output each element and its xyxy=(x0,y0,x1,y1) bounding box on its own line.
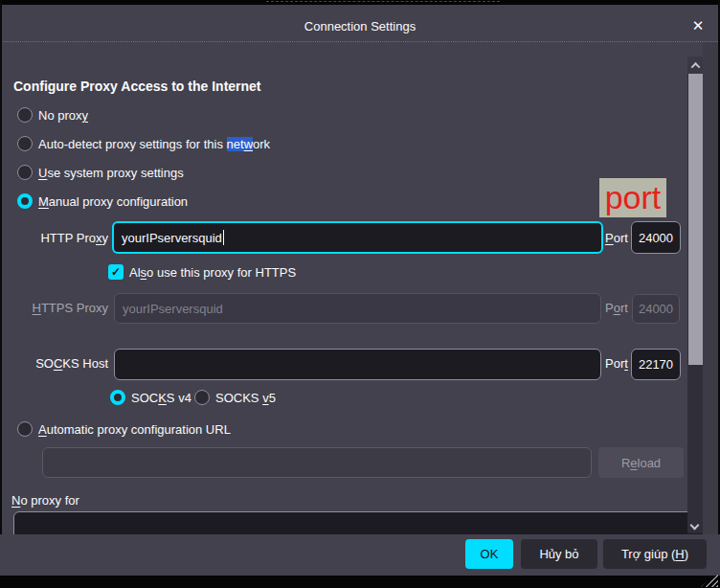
page-background-bottom xyxy=(0,576,720,588)
check-icon: ✓ xyxy=(111,265,121,279)
titlebar-divider xyxy=(0,41,720,42)
scrollbar-right-margin xyxy=(703,42,718,534)
no-proxy-for-label: No proxy for xyxy=(11,493,79,508)
https-checkbox-label[interactable]: Also use this proxy for HTTPS xyxy=(129,265,296,280)
radio-no-proxy[interactable] xyxy=(17,107,33,123)
cancel-button[interactable]: Hủy bỏ xyxy=(521,539,597,569)
page-title: Configure Proxy Access to the Internet xyxy=(13,79,261,94)
radio-use-system[interactable] xyxy=(17,165,33,180)
scrollbar-thumb[interactable] xyxy=(688,74,703,365)
window-edge-left xyxy=(0,0,2,588)
https-proxy-label: HTTPS Proxy xyxy=(0,301,108,315)
scroll-up-button[interactable] xyxy=(687,57,703,74)
https-port-label: Port xyxy=(605,301,628,315)
ok-button[interactable]: OK xyxy=(465,539,513,569)
radio-manual-proxy[interactable] xyxy=(17,193,33,209)
reload-button: Reload xyxy=(598,447,684,478)
scroll-down-button[interactable] xyxy=(691,522,698,529)
auto-detect-label[interactable]: Auto-detect proxy settings for this netw… xyxy=(38,137,270,151)
https-port-input xyxy=(632,294,680,324)
radio-socks-v5[interactable] xyxy=(194,390,210,405)
manual-proxy-label[interactable]: Manual proxy configuration xyxy=(38,194,188,209)
connection-settings-dialog: Connection Settings ✕ Configure Proxy Ac… xyxy=(0,0,720,588)
http-proxy-label: HTTP Proxy xyxy=(0,231,108,245)
radio-auto-detect[interactable] xyxy=(17,136,33,151)
dialog-titlebar: Connection Settings ✕ xyxy=(0,5,720,41)
radio-socks-v4[interactable] xyxy=(110,390,125,405)
chevron-down-icon xyxy=(690,521,700,531)
auto-config-url-input xyxy=(42,447,592,478)
dialog-title: Connection Settings xyxy=(0,19,720,34)
help-button[interactable]: Trợ giúp (H) xyxy=(603,539,707,569)
socks-host-label: SOCKS Host xyxy=(0,356,108,371)
no-proxy-label[interactable]: No proxy xyxy=(38,108,88,123)
close-icon[interactable]: ✕ xyxy=(688,16,708,35)
https-proxy-input xyxy=(114,293,601,324)
socks-v5-label[interactable]: SOCKS v5 xyxy=(215,391,276,405)
auto-config-url-label[interactable]: Automatic proxy configuration URL xyxy=(38,422,231,437)
socks-v4-label[interactable]: SOCKS v4 xyxy=(131,391,191,405)
http-port-label: Port xyxy=(605,231,628,245)
background-dashed-line xyxy=(266,1,500,4)
https-checkbox[interactable]: ✓ xyxy=(108,264,124,280)
find-highlight: netw xyxy=(227,137,253,151)
http-proxy-input[interactable]: yourIPserversquid xyxy=(112,221,603,254)
http-port-input[interactable] xyxy=(631,221,681,254)
socks-host-input[interactable] xyxy=(114,349,601,380)
socks-port-label: Port xyxy=(605,356,628,371)
socks-port-input[interactable] xyxy=(631,349,681,380)
use-system-label[interactable]: Use system proxy settings xyxy=(38,166,184,180)
port-annotation-overlay: port xyxy=(599,178,666,217)
text-caret xyxy=(223,230,224,245)
chevron-up-icon xyxy=(690,61,700,71)
radio-auto-config-url[interactable] xyxy=(17,421,33,437)
